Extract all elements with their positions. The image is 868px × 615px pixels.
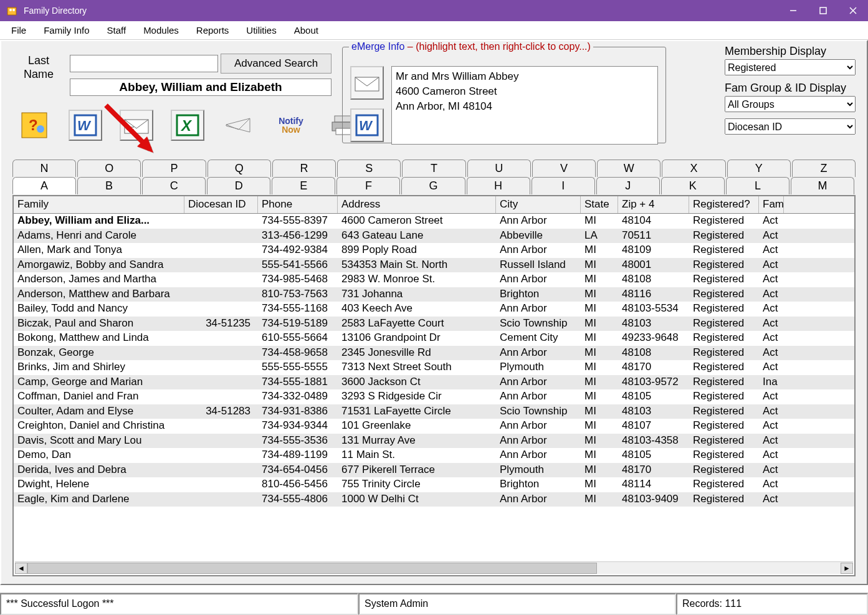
cell-city: Abbeville xyxy=(496,229,581,244)
menu-utilities[interactable]: Utilities xyxy=(239,22,284,38)
tab-c[interactable]: C xyxy=(142,177,206,194)
column-header-family[interactable]: Family xyxy=(14,196,184,213)
table-row[interactable]: Camp, George and Marian734-555-18813600 … xyxy=(14,375,854,390)
last-name-input[interactable] xyxy=(70,55,218,72)
cell-diocesan xyxy=(184,287,258,302)
tab-s[interactable]: S xyxy=(337,160,401,177)
table-row[interactable]: Anderson, James and Martha734-985-546829… xyxy=(14,272,854,287)
cell-address: 71531 LaFayette Circle xyxy=(338,404,496,419)
column-header-zip-4[interactable]: Zip + 4 xyxy=(618,196,689,213)
table-row[interactable]: Adams, Henri and Carole313-456-1299643 G… xyxy=(14,229,854,244)
cell-city: Ann Arbor xyxy=(496,272,581,287)
notify-now-button[interactable]: NotifyNow xyxy=(273,110,309,141)
advanced-search-button[interactable]: Advanced Search xyxy=(221,54,331,74)
menu-reports[interactable]: Reports xyxy=(189,22,237,38)
excel-icon[interactable]: X xyxy=(171,110,204,141)
tab-t[interactable]: T xyxy=(402,160,465,177)
scroll-thumb[interactable] xyxy=(27,563,597,574)
emerge-word-button[interactable]: W xyxy=(350,108,384,142)
minimize-button[interactable] xyxy=(778,0,808,21)
tab-d[interactable]: D xyxy=(207,177,270,194)
cell-phone: 734-519-5189 xyxy=(258,317,338,331)
mail-icon[interactable] xyxy=(222,110,255,141)
table-row[interactable]: Amorgawiz, Bobby and Sandra555-541-55665… xyxy=(14,258,854,273)
tab-g[interactable]: G xyxy=(401,177,465,194)
tab-l[interactable]: L xyxy=(726,177,789,194)
close-button[interactable] xyxy=(838,0,868,21)
membership-display-select[interactable]: Registered xyxy=(725,59,856,75)
scroll-left-button[interactable]: ◄ xyxy=(15,563,27,574)
tab-q[interactable]: Q xyxy=(207,160,271,177)
table-row[interactable]: Bonzak, George734-458-96582345 Jonesvill… xyxy=(14,346,854,361)
tab-a[interactable]: A xyxy=(12,177,76,194)
tab-m[interactable]: M xyxy=(791,177,854,194)
table-row[interactable]: Abbey, William and Eliza...734-555-83974… xyxy=(14,214,854,229)
table-row[interactable]: Coffman, Daniel and Fran734-332-04893293… xyxy=(14,389,854,404)
horizontal-scrollbar[interactable]: ◄ ► xyxy=(15,561,853,574)
tab-r[interactable]: R xyxy=(272,160,336,177)
tab-v[interactable]: V xyxy=(532,160,596,177)
column-header-registered-[interactable]: Registered? xyxy=(689,196,759,213)
table-row[interactable]: Brinks, Jim and Shirley555-555-55557313 … xyxy=(14,360,854,375)
help-icon[interactable]: ? xyxy=(17,110,51,141)
cell-family: Demo, Dan xyxy=(14,448,184,463)
cell-state: MI xyxy=(581,302,618,317)
tab-w[interactable]: W xyxy=(597,160,661,177)
id-display-select[interactable]: Diocesan ID xyxy=(725,118,856,135)
cell-fam: Act xyxy=(759,229,784,244)
table-row[interactable]: Coulter, Adam and Elyse34-51283734-931-8… xyxy=(14,404,854,419)
menu-family-info[interactable]: Family Info xyxy=(36,22,97,38)
tab-y[interactable]: Y xyxy=(727,160,791,177)
column-header-diocesan-id[interactable]: Diocesan ID xyxy=(184,196,258,213)
scroll-right-button[interactable]: ► xyxy=(841,563,853,574)
tab-n[interactable]: N xyxy=(12,160,76,177)
cell-state: MI xyxy=(581,243,618,258)
column-header-city[interactable]: City xyxy=(496,196,581,213)
tab-e[interactable]: E xyxy=(272,177,335,194)
table-row[interactable]: Davis, Scott and Mary Lou734-555-3536131… xyxy=(14,434,854,449)
cell-zip: 48001 xyxy=(618,258,689,273)
menu-staff[interactable]: Staff xyxy=(100,22,134,38)
cell-city: Plymouth xyxy=(496,463,581,478)
tab-k[interactable]: K xyxy=(661,177,725,194)
cell-family: Coffman, Daniel and Fran xyxy=(14,389,184,404)
menu-bar: FileFamily InfoStaffModulesReportsUtilit… xyxy=(0,21,868,40)
table-row[interactable]: Demo, Dan734-489-119911 Main St.Ann Arbo… xyxy=(14,448,854,463)
emerge-text-area[interactable]: Mr and Mrs William Abbey 4600 Cameron St… xyxy=(391,66,658,145)
cell-family: Coulter, Adam and Elyse xyxy=(14,404,184,419)
column-header-fam[interactable]: Fam xyxy=(759,196,784,213)
maximize-button[interactable] xyxy=(808,0,838,21)
table-row[interactable]: Derida, Ives and Debra734-654-0456677 Pi… xyxy=(14,463,854,478)
table-row[interactable]: Bailey, Todd and Nancy734-555-1168403 Ke… xyxy=(14,302,854,317)
tab-p[interactable]: P xyxy=(142,160,206,177)
tab-j[interactable]: J xyxy=(596,177,660,194)
menu-about[interactable]: About xyxy=(287,22,326,38)
table-row[interactable]: Eagle, Kim and Darlene734-555-48061000 W… xyxy=(14,492,854,507)
tab-u[interactable]: U xyxy=(467,160,531,177)
table-row[interactable]: Dwight, Helene810-456-5456755 Trinity Ci… xyxy=(14,477,854,492)
column-header-phone[interactable]: Phone xyxy=(258,196,338,213)
tab-b[interactable]: B xyxy=(77,177,141,194)
tab-i[interactable]: I xyxy=(532,177,595,194)
table-row[interactable]: Allen, Mark and Tonya734-492-9384899 Pop… xyxy=(14,243,854,258)
tab-o[interactable]: O xyxy=(77,160,141,177)
table-row[interactable]: Anderson, Matthew and Barbara810-753-756… xyxy=(14,287,854,302)
emerge-envelope-button[interactable] xyxy=(350,66,384,100)
menu-modules[interactable]: Modules xyxy=(136,22,186,38)
cell-address: 755 Trinity Circle xyxy=(338,477,496,492)
table-row[interactable]: Creighton, Daniel and Christina734-934-9… xyxy=(14,419,854,434)
cell-phone: 734-458-9658 xyxy=(258,346,338,361)
tab-z[interactable]: Z xyxy=(792,160,856,177)
tab-f[interactable]: F xyxy=(336,177,400,194)
word-icon[interactable]: W xyxy=(69,110,102,141)
menu-file[interactable]: File xyxy=(4,22,34,38)
table-row[interactable]: Bokong, Matthew and Linda610-555-5664131… xyxy=(14,331,854,346)
tab-h[interactable]: H xyxy=(467,177,530,194)
table-row[interactable]: Biczak, Paul and Sharon34-51235734-519-5… xyxy=(14,317,854,331)
cell-fam: Act xyxy=(759,463,784,478)
column-header-state[interactable]: State xyxy=(581,196,618,213)
column-header-address[interactable]: Address xyxy=(338,196,496,213)
tab-x[interactable]: X xyxy=(662,160,725,177)
envelope-icon[interactable] xyxy=(120,110,153,141)
famgroup-select[interactable]: All Groups xyxy=(725,96,856,112)
